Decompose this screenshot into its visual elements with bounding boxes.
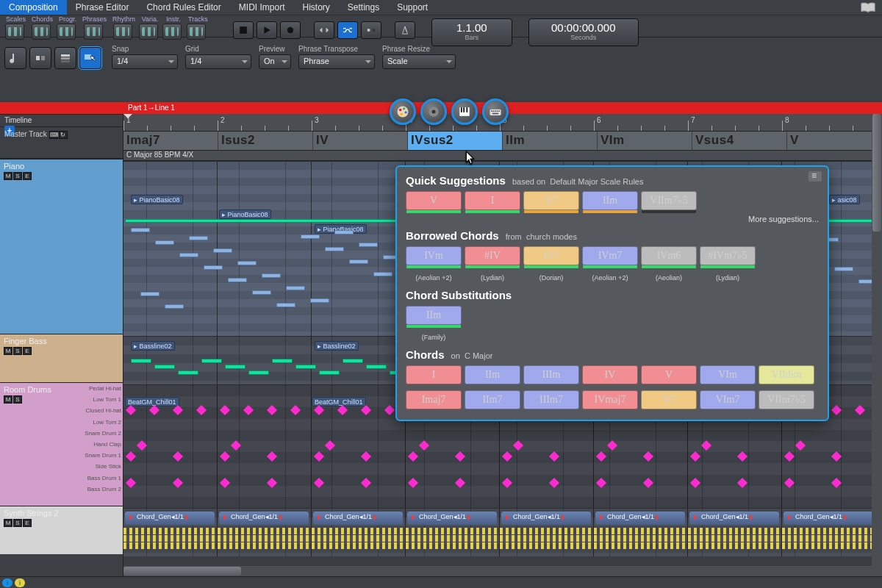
chord-suggestion-button[interactable]: VIIm7♭5 <box>641 191 697 210</box>
play-button[interactable] <box>257 21 277 39</box>
chord-suggestion-button[interactable]: VIm7 <box>700 390 756 409</box>
lane-synth[interactable]: Chord_Gen◂1/1Chord_Gen◂1/1Chord_Gen◂1/1C… <box>123 508 882 556</box>
midi-note[interactable] <box>343 359 363 363</box>
midi-note[interactable] <box>252 290 271 295</box>
chord-cell[interactable]: VIm <box>598 132 692 150</box>
midi-note[interactable] <box>131 228 150 232</box>
phrase-resize-dropdown[interactable]: Scale <box>382 54 456 69</box>
keyboard-circle-icon[interactable] <box>482 98 509 125</box>
chord-suggestion-button[interactable]: IIm <box>582 191 638 210</box>
chord-cell[interactable]: IIm <box>503 132 598 150</box>
palette-button[interactable] <box>84 24 103 40</box>
chord-clip[interactable]: Chord_Gen◂1/1 <box>595 512 685 525</box>
menu-composition[interactable]: Composition <box>0 0 67 15</box>
metronome-button[interactable] <box>395 21 415 39</box>
midi-note[interactable] <box>276 303 295 307</box>
palette-button[interactable] <box>57 24 76 40</box>
record-button[interactable] <box>280 21 301 39</box>
midi-note[interactable] <box>131 359 151 363</box>
midi-note[interactable] <box>319 370 340 375</box>
chord-suggestion-button[interactable]: IIm <box>465 365 520 384</box>
piano-circle-icon[interactable] <box>451 98 478 125</box>
palette-button[interactable] <box>162 24 182 40</box>
horizontal-scrollbar[interactable] <box>123 566 882 576</box>
midi-note[interactable] <box>286 286 305 290</box>
chord-suggestion-button[interactable]: IIIm <box>523 365 579 384</box>
chord-suggestion-button[interactable]: IIm7 <box>465 390 520 409</box>
chord-suggestion-button[interactable]: IV7 <box>523 246 579 265</box>
chord-suggestion-button[interactable]: V <box>406 191 462 210</box>
edit-button[interactable]: E <box>23 347 32 355</box>
edit-button[interactable]: E <box>23 172 32 180</box>
chord-suggestion-button[interactable]: #IVm7♭5 <box>700 246 756 265</box>
midi-note[interactable] <box>310 298 329 303</box>
midi-note[interactable] <box>334 230 354 234</box>
seconds-counter[interactable]: 00:00:00.000 Seconds <box>528 18 639 46</box>
mode-blocks-icon[interactable] <box>29 47 51 69</box>
loop-toggle-button[interactable] <box>337 21 358 39</box>
phrase-transpose-dropdown[interactable]: Phrase <box>298 54 375 69</box>
chord-suggestion-button[interactable]: V7 <box>523 191 579 210</box>
midi-note[interactable] <box>165 304 184 309</box>
loop-range-button[interactable] <box>314 21 334 39</box>
chord-suggestion-button[interactable]: I <box>406 365 462 384</box>
mode-stack-icon[interactable] <box>54 47 76 69</box>
chord-cell[interactable]: IVsus2 <box>408 132 503 150</box>
vertical-scrollbar[interactable] <box>872 114 882 566</box>
menu-chord-rules[interactable]: Chord Rules Editor <box>137 0 229 15</box>
chord-clip[interactable]: Chord_Gen◂1/1 <box>219 512 309 525</box>
chord-suggestion-button[interactable]: Imaj7 <box>406 390 462 409</box>
solo-button[interactable]: S <box>13 347 22 355</box>
chord-suggestion-button[interactable]: VIIm7♭5 <box>759 390 814 409</box>
chord-clip[interactable]: Chord_Gen◂1/1 <box>501 512 591 525</box>
chord-suggestion-button[interactable]: IIIm7 <box>523 390 579 409</box>
midi-note[interactable] <box>189 236 208 240</box>
midi-note[interactable] <box>262 273 281 278</box>
midi-note[interactable] <box>325 247 344 251</box>
stop-button[interactable] <box>233 21 254 39</box>
clip-tag[interactable]: ▸ Bassline02 <box>315 341 359 351</box>
clip-tag[interactable]: BeatGM_Chill01 <box>125 397 179 406</box>
clip-tag[interactable]: ▸ PianoBasic08 <box>131 195 183 204</box>
palette-circle-icon[interactable] <box>390 98 416 125</box>
popup-menu-icon[interactable] <box>808 171 822 182</box>
status-chip[interactable]: i <box>15 578 25 587</box>
h-scroll-thumb[interactable] <box>123 567 241 576</box>
midi-note[interactable] <box>237 261 257 265</box>
mode-note-icon[interactable] <box>4 47 26 69</box>
preview-dropdown[interactable]: On <box>259 54 291 69</box>
midi-note[interactable] <box>204 265 223 270</box>
chord-clip[interactable]: Chord_Gen◂1/1 <box>689 512 779 525</box>
track-header-synth[interactable]: Synth Strings 2 MSE <box>0 506 123 554</box>
midi-note[interactable] <box>366 365 387 369</box>
chord-cell[interactable]: Isus2 <box>218 132 313 150</box>
chord-suggestion-button[interactable]: IVmaj7 <box>582 390 638 409</box>
chord-suggestion-button[interactable]: VIm <box>700 365 756 384</box>
midi-note[interactable] <box>154 365 175 369</box>
menu-phrase-editor[interactable]: Phrase Editor <box>67 0 138 15</box>
midi-note[interactable] <box>178 370 198 375</box>
master-piano-icon[interactable]: ⌨ <box>49 131 58 139</box>
solo-button[interactable]: S <box>13 395 22 404</box>
chord-suggestion-button[interactable]: V <box>641 365 697 384</box>
midi-note[interactable] <box>140 292 159 296</box>
chord-cell[interactable]: Vsus4 <box>692 132 787 150</box>
clip-tag[interactable]: ▸ asic08 <box>829 195 860 204</box>
solo-button[interactable]: S <box>13 172 22 180</box>
chord-suggestion-button[interactable]: V7 <box>641 390 697 409</box>
track-header-bass[interactable]: Finger Bass MSE <box>0 334 123 382</box>
gear-circle-icon[interactable] <box>420 98 447 125</box>
mute-button[interactable]: M <box>4 172 12 180</box>
chord-suggestion-button[interactable]: IVm7 <box>582 246 638 265</box>
chord-suggestion-button[interactable]: IV <box>582 365 638 384</box>
chord-suggestion-button[interactable]: I <box>465 191 520 210</box>
chord-suggestion-button[interactable]: IVm6 <box>641 246 697 265</box>
chord-suggestion-button[interactable]: #IV <box>465 246 520 265</box>
chord-clip[interactable]: Chord_Gen◂1/1 <box>125 512 215 525</box>
chord-clip[interactable]: Chord_Gen◂1/1 <box>313 512 403 525</box>
chord-suggestion-button[interactable]: IVm <box>406 246 462 265</box>
menu-support[interactable]: Support <box>388 0 437 15</box>
chord-cell[interactable]: V <box>787 132 882 150</box>
chord-clip[interactable]: Chord_Gen◂1/1 <box>407 512 497 525</box>
menu-midi-import[interactable]: MIDI Import <box>230 0 294 15</box>
